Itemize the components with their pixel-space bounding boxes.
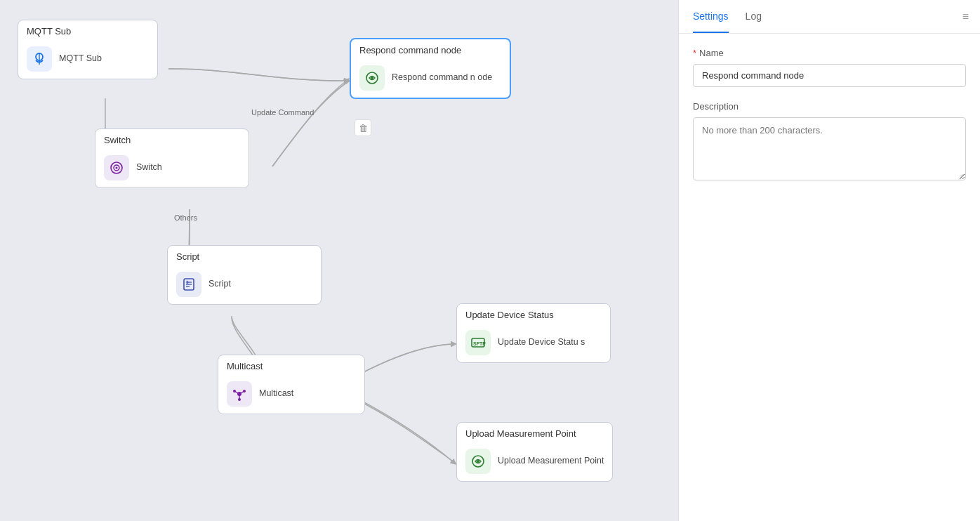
- delete-connection-button[interactable]: 🗑: [355, 119, 371, 136]
- description-form-group: Description: [693, 101, 966, 183]
- description-textarea[interactable]: [693, 117, 966, 180]
- connection-label-update: Update Command: [251, 108, 314, 117]
- node-multicast-label: Multicast: [259, 388, 293, 400]
- panel-menu-icon[interactable]: ≡: [962, 11, 969, 23]
- node-update-device-status[interactable]: Update Device Status SFTP Update Device …: [456, 303, 611, 363]
- tab-log[interactable]: Log: [746, 1, 762, 33]
- node-update-device-status-header: Update Device Status: [457, 304, 610, 324]
- node-switch-icon: [104, 155, 129, 180]
- node-mqtt-sub-header: MQTT Sub: [18, 20, 157, 41]
- description-label: Description: [693, 101, 966, 112]
- node-upload-measurement-label: Upload Measurement Point: [498, 455, 604, 468]
- node-multicast-header: Multicast: [218, 355, 364, 376]
- node-mqtt-sub-label: MQTT Sub: [59, 53, 102, 65]
- node-switch-header: Switch: [95, 129, 249, 150]
- node-respond-cmd-label: Respond command n ode: [392, 72, 492, 84]
- node-upload-measurement-header: Upload Measurement Point: [457, 423, 612, 443]
- node-multicast[interactable]: Multicast Multicast: [218, 355, 365, 414]
- node-mqtt-sub[interactable]: MQTT Sub MQTT Sub: [18, 20, 158, 79]
- node-script-header: Script: [168, 246, 321, 266]
- connection-label-others: Others: [174, 213, 197, 222]
- node-switch-label: Switch: [136, 161, 162, 174]
- node-multicast-icon: [227, 381, 252, 407]
- node-switch[interactable]: Switch Switch: [95, 128, 249, 188]
- node-update-device-status-icon: SFTP: [465, 330, 491, 355]
- right-panel: Settings Log ≡ *Name Description: [678, 0, 980, 521]
- panel-tabs: Settings Log ≡: [679, 0, 980, 34]
- node-upload-measurement[interactable]: Upload Measurement Point Upload Measurem…: [456, 422, 613, 482]
- tab-settings[interactable]: Settings: [693, 1, 729, 33]
- node-script-icon: [176, 272, 201, 297]
- node-script[interactable]: Script Script: [167, 245, 322, 305]
- node-respond-cmd[interactable]: Respond command node Respond command n o…: [350, 38, 511, 99]
- node-respond-cmd-icon: [359, 65, 385, 91]
- name-required: *: [693, 48, 696, 58]
- node-respond-cmd-header: Respond command node: [351, 39, 510, 60]
- name-label: *Name: [693, 48, 966, 58]
- svg-text:SFTP: SFTP: [473, 341, 486, 346]
- name-input[interactable]: [693, 64, 966, 87]
- panel-content: *Name Description: [679, 34, 980, 521]
- node-script-label: Script: [208, 278, 231, 291]
- node-upload-measurement-icon: [465, 449, 491, 474]
- svg-point-6: [116, 167, 118, 169]
- node-update-device-status-label: Update Device Statu s: [498, 336, 585, 349]
- svg-point-3: [371, 77, 373, 79]
- node-mqtt-sub-icon: [27, 46, 52, 72]
- name-form-group: *Name: [693, 48, 966, 87]
- svg-point-21: [477, 460, 479, 463]
- canvas-area: Update Command Others 🗑 MQTT Sub MQTT Su…: [0, 0, 678, 521]
